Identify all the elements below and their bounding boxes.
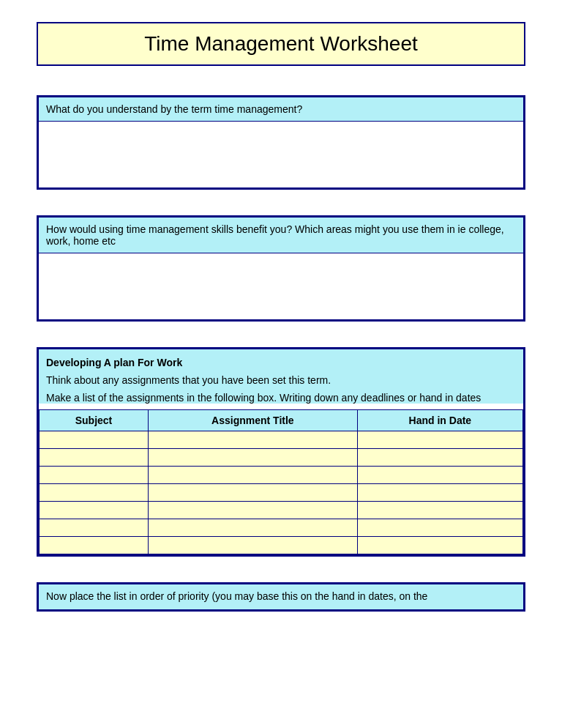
table-row — [40, 519, 523, 537]
bottom-note-block: Now place the list in order of priority … — [37, 582, 525, 612]
assignment-cell[interactable] — [149, 449, 358, 467]
question-2-text: How would using time management skills b… — [46, 223, 504, 247]
date-cell[interactable] — [357, 537, 522, 554]
question-block-2: How would using time management skills b… — [37, 215, 525, 322]
assignment-cell[interactable] — [149, 431, 358, 449]
date-cell[interactable] — [357, 484, 522, 502]
page-title-container: Time Management Worksheet — [37, 22, 525, 66]
plan-title: Developing A plan For Work — [46, 357, 516, 368]
col-hand-in-date: Hand in Date — [357, 410, 522, 431]
col-subject: Subject — [40, 410, 149, 431]
plan-header: Developing A plan For Work Think about a… — [39, 349, 523, 404]
assignment-cell[interactable] — [149, 484, 358, 502]
bottom-note-text: Now place the list in order of priority … — [46, 590, 427, 602]
table-row — [40, 449, 523, 467]
col-assignment-title: Assignment Title — [149, 410, 358, 431]
question-1-header: What do you understand by the term time … — [39, 97, 523, 122]
date-cell[interactable] — [357, 502, 522, 519]
table-row — [40, 537, 523, 554]
plan-line1: Think about any assignments that you hav… — [46, 374, 516, 386]
question-2-header: How would using time management skills b… — [39, 218, 523, 253]
date-cell[interactable] — [357, 449, 522, 467]
table-row — [40, 467, 523, 484]
plan-block: Developing A plan For Work Think about a… — [37, 347, 525, 557]
plan-line2: Make a list of the assignments in the fo… — [46, 392, 516, 404]
subject-cell[interactable] — [40, 449, 149, 467]
table-row — [40, 431, 523, 449]
page-title: Time Management Worksheet — [53, 32, 509, 56]
question-2-answer-area[interactable] — [39, 253, 523, 319]
assignment-cell[interactable] — [149, 519, 358, 537]
question-block-1: What do you understand by the term time … — [37, 95, 525, 190]
question-1-text: What do you understand by the term time … — [46, 103, 302, 115]
subject-cell[interactable] — [40, 502, 149, 519]
question-1-answer-area[interactable] — [39, 122, 523, 187]
date-cell[interactable] — [357, 431, 522, 449]
date-cell[interactable] — [357, 519, 522, 537]
subject-cell[interactable] — [40, 537, 149, 554]
date-cell[interactable] — [357, 467, 522, 484]
subject-cell[interactable] — [40, 431, 149, 449]
table-row — [40, 484, 523, 502]
subject-cell[interactable] — [40, 484, 149, 502]
assignment-cell[interactable] — [149, 502, 358, 519]
subject-cell[interactable] — [40, 519, 149, 537]
subject-cell[interactable] — [40, 467, 149, 484]
assignments-table: Subject Assignment Title Hand in Date — [39, 409, 523, 554]
table-row — [40, 502, 523, 519]
assignment-cell[interactable] — [149, 467, 358, 484]
assignment-cell[interactable] — [149, 537, 358, 554]
